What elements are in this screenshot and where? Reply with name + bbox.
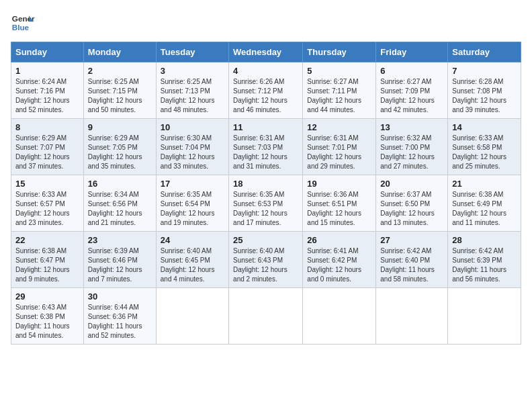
day-info: Sunrise: 6:33 AMSunset: 6:57 PMDaylight:… bbox=[15, 191, 70, 226]
weekday-header-wednesday: Wednesday bbox=[229, 42, 303, 62]
day-info: Sunrise: 6:27 AMSunset: 7:11 PMDaylight:… bbox=[307, 78, 361, 113]
day-info: Sunrise: 6:34 AMSunset: 6:56 PMDaylight:… bbox=[88, 191, 142, 226]
day-info: Sunrise: 6:27 AMSunset: 7:09 PMDaylight:… bbox=[380, 78, 435, 113]
empty-cell bbox=[156, 288, 228, 345]
day-info: Sunrise: 6:40 AMSunset: 6:43 PMDaylight:… bbox=[233, 247, 287, 283]
day-info: Sunrise: 6:44 AMSunset: 6:36 PMDaylight:… bbox=[88, 304, 142, 339]
day-number: 24 bbox=[161, 235, 224, 245]
day-info: Sunrise: 6:35 AMSunset: 6:53 PMDaylight:… bbox=[233, 191, 287, 226]
calendar-day-12: 12 Sunrise: 6:31 AMSunset: 7:01 PMDaylig… bbox=[303, 119, 376, 175]
day-info: Sunrise: 6:25 AMSunset: 7:13 PMDaylight:… bbox=[161, 78, 215, 113]
day-number: 23 bbox=[88, 235, 152, 245]
calendar-day-4: 4 Sunrise: 6:26 AMSunset: 7:12 PMDayligh… bbox=[229, 62, 303, 119]
calendar-day-24: 24 Sunrise: 6:40 AMSunset: 6:45 PMDaylig… bbox=[156, 232, 228, 288]
day-number: 12 bbox=[307, 122, 371, 132]
day-number: 16 bbox=[88, 179, 152, 189]
day-number: 18 bbox=[233, 179, 298, 189]
calendar-day-10: 10 Sunrise: 6:30 AMSunset: 7:04 PMDaylig… bbox=[156, 119, 228, 175]
logo-icon: General Blue bbox=[11, 11, 35, 35]
calendar-day-2: 2 Sunrise: 6:25 AMSunset: 7:15 PMDayligh… bbox=[83, 62, 156, 119]
calendar-day-9: 9 Sunrise: 6:29 AMSunset: 7:05 PMDayligh… bbox=[83, 119, 156, 175]
day-info: Sunrise: 6:29 AMSunset: 7:05 PMDaylight:… bbox=[88, 134, 142, 170]
page-header: General Blue bbox=[11, 11, 521, 35]
day-number: 3 bbox=[161, 66, 224, 76]
svg-text:General: General bbox=[12, 14, 35, 23]
empty-cell bbox=[229, 288, 303, 345]
calendar-day-20: 20 Sunrise: 6:37 AMSunset: 6:50 PMDaylig… bbox=[376, 175, 448, 232]
calendar-day-21: 21 Sunrise: 6:38 AMSunset: 6:49 PMDaylig… bbox=[448, 175, 521, 232]
calendar-week-5: 29 Sunrise: 6:43 AMSunset: 6:38 PMDaylig… bbox=[11, 288, 521, 345]
day-number: 10 bbox=[161, 122, 224, 132]
day-number: 9 bbox=[88, 122, 152, 132]
calendar-day-18: 18 Sunrise: 6:35 AMSunset: 6:53 PMDaylig… bbox=[229, 175, 303, 232]
empty-cell bbox=[448, 288, 521, 345]
logo: General Blue bbox=[11, 11, 35, 35]
day-number: 25 bbox=[233, 235, 298, 245]
day-info: Sunrise: 6:25 AMSunset: 7:15 PMDaylight:… bbox=[88, 78, 142, 113]
calendar-day-23: 23 Sunrise: 6:39 AMSunset: 6:46 PMDaylig… bbox=[83, 232, 156, 288]
calendar-day-3: 3 Sunrise: 6:25 AMSunset: 7:13 PMDayligh… bbox=[156, 62, 228, 119]
calendar-day-6: 6 Sunrise: 6:27 AMSunset: 7:09 PMDayligh… bbox=[376, 62, 448, 119]
calendar-week-1: 1 Sunrise: 6:24 AMSunset: 7:16 PMDayligh… bbox=[11, 62, 521, 119]
day-number: 13 bbox=[380, 122, 443, 132]
weekday-header-monday: Monday bbox=[83, 42, 156, 62]
day-number: 5 bbox=[307, 66, 371, 76]
day-number: 21 bbox=[452, 179, 517, 189]
calendar-week-2: 8 Sunrise: 6:29 AMSunset: 7:07 PMDayligh… bbox=[11, 119, 521, 175]
day-info: Sunrise: 6:26 AMSunset: 7:12 PMDaylight:… bbox=[233, 78, 287, 113]
weekday-header-sunday: Sunday bbox=[11, 42, 84, 62]
day-info: Sunrise: 6:29 AMSunset: 7:07 PMDaylight:… bbox=[15, 134, 70, 170]
calendar-table: SundayMondayTuesdayWednesdayThursdayFrid… bbox=[11, 42, 521, 345]
calendar-day-27: 27 Sunrise: 6:42 AMSunset: 6:40 PMDaylig… bbox=[376, 232, 448, 288]
calendar-day-17: 17 Sunrise: 6:35 AMSunset: 6:54 PMDaylig… bbox=[156, 175, 228, 232]
day-number: 15 bbox=[15, 179, 79, 189]
day-number: 22 bbox=[15, 235, 79, 245]
day-info: Sunrise: 6:32 AMSunset: 7:00 PMDaylight:… bbox=[380, 134, 435, 170]
day-info: Sunrise: 6:38 AMSunset: 6:47 PMDaylight:… bbox=[15, 247, 70, 283]
day-number: 17 bbox=[161, 179, 224, 189]
calendar-week-4: 22 Sunrise: 6:38 AMSunset: 6:47 PMDaylig… bbox=[11, 232, 521, 288]
calendar-day-15: 15 Sunrise: 6:33 AMSunset: 6:57 PMDaylig… bbox=[11, 175, 84, 232]
calendar-day-1: 1 Sunrise: 6:24 AMSunset: 7:16 PMDayligh… bbox=[11, 62, 84, 119]
day-info: Sunrise: 6:33 AMSunset: 6:58 PMDaylight:… bbox=[452, 134, 506, 170]
calendar-day-28: 28 Sunrise: 6:42 AMSunset: 6:39 PMDaylig… bbox=[448, 232, 521, 288]
day-number: 30 bbox=[88, 291, 152, 302]
calendar-day-14: 14 Sunrise: 6:33 AMSunset: 6:58 PMDaylig… bbox=[448, 119, 521, 175]
day-info: Sunrise: 6:30 AMSunset: 7:04 PMDaylight:… bbox=[161, 134, 215, 170]
day-info: Sunrise: 6:42 AMSunset: 6:39 PMDaylight:… bbox=[452, 247, 506, 283]
calendar-day-26: 26 Sunrise: 6:41 AMSunset: 6:42 PMDaylig… bbox=[303, 232, 376, 288]
calendar-day-30: 30 Sunrise: 6:44 AMSunset: 6:36 PMDaylig… bbox=[83, 288, 156, 345]
calendar-day-5: 5 Sunrise: 6:27 AMSunset: 7:11 PMDayligh… bbox=[303, 62, 376, 119]
day-info: Sunrise: 6:31 AMSunset: 7:01 PMDaylight:… bbox=[307, 134, 361, 170]
weekday-header-friday: Friday bbox=[376, 42, 448, 62]
day-info: Sunrise: 6:42 AMSunset: 6:40 PMDaylight:… bbox=[380, 247, 435, 283]
empty-cell bbox=[303, 288, 376, 345]
day-info: Sunrise: 6:31 AMSunset: 7:03 PMDaylight:… bbox=[233, 134, 287, 170]
day-number: 7 bbox=[452, 66, 517, 76]
calendar-day-11: 11 Sunrise: 6:31 AMSunset: 7:03 PMDaylig… bbox=[229, 119, 303, 175]
day-info: Sunrise: 6:28 AMSunset: 7:08 PMDaylight:… bbox=[452, 78, 506, 113]
svg-text:Blue: Blue bbox=[12, 23, 30, 32]
calendar-day-16: 16 Sunrise: 6:34 AMSunset: 6:56 PMDaylig… bbox=[83, 175, 156, 232]
calendar-day-25: 25 Sunrise: 6:40 AMSunset: 6:43 PMDaylig… bbox=[229, 232, 303, 288]
day-number: 6 bbox=[380, 66, 443, 76]
weekday-header-tuesday: Tuesday bbox=[156, 42, 228, 62]
day-info: Sunrise: 6:35 AMSunset: 6:54 PMDaylight:… bbox=[161, 191, 215, 226]
calendar-day-7: 7 Sunrise: 6:28 AMSunset: 7:08 PMDayligh… bbox=[448, 62, 521, 119]
calendar-day-22: 22 Sunrise: 6:38 AMSunset: 6:47 PMDaylig… bbox=[11, 232, 84, 288]
day-number: 4 bbox=[233, 66, 298, 76]
day-info: Sunrise: 6:38 AMSunset: 6:49 PMDaylight:… bbox=[452, 191, 506, 226]
calendar-day-13: 13 Sunrise: 6:32 AMSunset: 7:00 PMDaylig… bbox=[376, 119, 448, 175]
day-number: 19 bbox=[307, 179, 371, 189]
day-info: Sunrise: 6:37 AMSunset: 6:50 PMDaylight:… bbox=[380, 191, 435, 226]
day-number: 28 bbox=[452, 235, 517, 245]
calendar-day-8: 8 Sunrise: 6:29 AMSunset: 7:07 PMDayligh… bbox=[11, 119, 84, 175]
day-number: 2 bbox=[88, 66, 152, 76]
day-info: Sunrise: 6:40 AMSunset: 6:45 PMDaylight:… bbox=[161, 247, 215, 283]
day-number: 11 bbox=[233, 122, 298, 132]
day-info: Sunrise: 6:41 AMSunset: 6:42 PMDaylight:… bbox=[307, 247, 361, 283]
weekday-header-saturday: Saturday bbox=[448, 42, 521, 62]
day-info: Sunrise: 6:24 AMSunset: 7:16 PMDaylight:… bbox=[15, 78, 70, 113]
day-number: 20 bbox=[380, 179, 443, 189]
calendar-day-29: 29 Sunrise: 6:43 AMSunset: 6:38 PMDaylig… bbox=[11, 288, 84, 345]
